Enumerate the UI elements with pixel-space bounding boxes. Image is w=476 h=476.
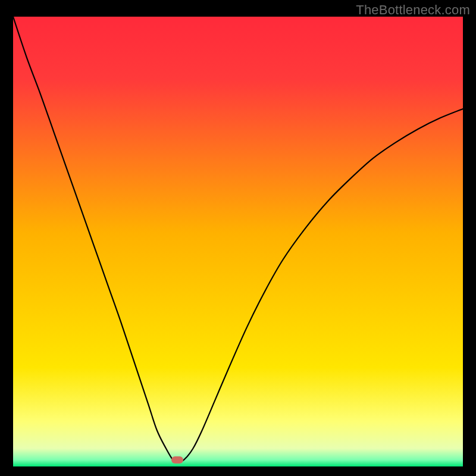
- chart-frame: TheBottleneck.com: [0, 0, 476, 476]
- gradient-background: [13, 17, 463, 466]
- plot-area: [13, 17, 463, 466]
- chart-svg: [13, 17, 463, 466]
- minimum-marker-icon: [171, 456, 183, 464]
- watermark-text: TheBottleneck.com: [356, 2, 470, 18]
